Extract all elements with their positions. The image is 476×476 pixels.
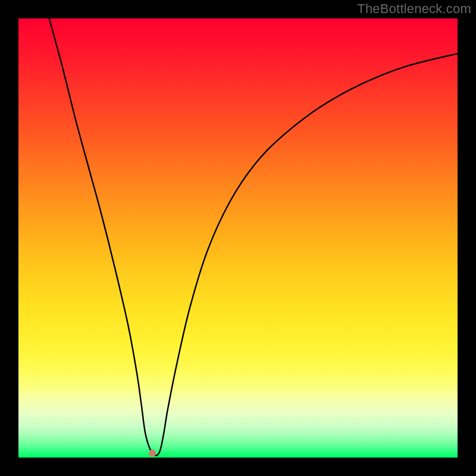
chart-frame: TheBottleneck.com: [0, 0, 476, 476]
optimum-marker: [149, 450, 156, 457]
curve-layer: [18, 18, 458, 458]
bottleneck-curve-path: [49, 18, 458, 456]
plot-area: [18, 18, 458, 458]
watermark-text: TheBottleneck.com: [357, 1, 471, 17]
